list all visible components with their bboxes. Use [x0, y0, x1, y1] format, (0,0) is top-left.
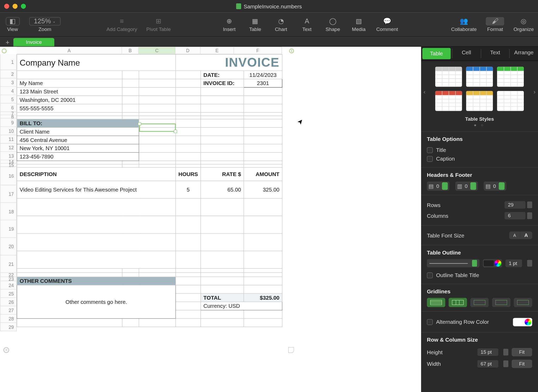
- from-line[interactable]: My Name: [17, 79, 122, 87]
- gridline-header-h[interactable]: [470, 298, 489, 307]
- row-header[interactable]: 22: [0, 273, 17, 277]
- row-header[interactable]: 25: [0, 290, 17, 298]
- height-stepper[interactable]: [503, 349, 508, 355]
- checkbox-icon[interactable]: [427, 156, 433, 162]
- row-header[interactable]: 1: [0, 54, 17, 70]
- table-style-thumb[interactable]: [497, 91, 524, 111]
- alt-row-color-swatch[interactable]: [513, 318, 532, 326]
- row-header[interactable]: 29: [0, 323, 17, 331]
- row-header[interactable]: 4: [0, 87, 17, 95]
- shape-button[interactable]: ◯Shape: [324, 17, 341, 32]
- close-window[interactable]: [4, 4, 9, 9]
- checkbox-icon[interactable]: [427, 147, 433, 153]
- line-hours[interactable]: 5: [176, 181, 201, 198]
- currency[interactable]: Currency: USD: [201, 302, 282, 310]
- bill-to-line[interactable]: Client Name: [17, 128, 139, 136]
- outline-width[interactable]: 1 pt: [505, 259, 522, 267]
- row-header[interactable]: 8: [0, 115, 17, 119]
- table-style-thumb[interactable]: [435, 67, 462, 87]
- table-style-thumb[interactable]: [466, 67, 493, 87]
- from-line[interactable]: Washington, DC 20001: [17, 96, 122, 104]
- table-style-thumb[interactable]: [466, 91, 493, 111]
- minimize-window[interactable]: [13, 4, 18, 9]
- row-header[interactable]: 10: [0, 127, 17, 135]
- fullscreen-window[interactable]: [21, 4, 26, 9]
- spreadsheet-canvas[interactable]: ABCDEF 123456789101112131415161718192021…: [0, 47, 421, 392]
- height-fit[interactable]: Fit: [511, 348, 532, 356]
- add-category-button[interactable]: ≡Add Category: [106, 17, 137, 32]
- width-stepper[interactable]: [503, 361, 508, 367]
- row-header[interactable]: 13: [0, 152, 17, 160]
- organize-button[interactable]: ◎Organize: [514, 17, 534, 32]
- row-header[interactable]: 24: [0, 281, 17, 290]
- header-rows-stepper[interactable]: ▤0: [427, 182, 449, 191]
- header-cols-stepper[interactable]: ▥0: [455, 182, 478, 191]
- row-header[interactable]: 26: [0, 298, 17, 306]
- text-button[interactable]: AText: [299, 17, 315, 32]
- rows-stepper[interactable]: [527, 202, 532, 208]
- row-header[interactable]: 27: [0, 306, 17, 315]
- tab-cell[interactable]: Cell: [452, 47, 481, 60]
- rows-value[interactable]: 29: [505, 201, 526, 209]
- resize-handle[interactable]: [288, 347, 294, 353]
- row-header[interactable]: 28: [0, 315, 17, 323]
- invoice-table[interactable]: Company Name INVOICE DATE: 11/24/2023 My…: [17, 54, 282, 327]
- media-button[interactable]: ▧Media: [350, 17, 367, 32]
- line-desc[interactable]: Video Editing Services for This Awesome …: [17, 181, 175, 198]
- font-size-larger[interactable]: A: [520, 231, 532, 239]
- line-rate[interactable]: 65.00: [201, 181, 244, 198]
- sheet-tab-invoice[interactable]: Invoice: [13, 38, 54, 46]
- row-header[interactable]: 17: [0, 185, 17, 203]
- other-comments[interactable]: Other comments go here.: [17, 285, 175, 319]
- row-header[interactable]: 20: [0, 238, 17, 255]
- tab-text[interactable]: Text: [481, 47, 509, 60]
- height-value[interactable]: 15 pt: [477, 348, 498, 356]
- row-header[interactable]: 5: [0, 95, 17, 104]
- gridline-horiz[interactable]: [427, 298, 445, 307]
- outline-style[interactable]: [427, 259, 479, 267]
- option-alt-row-color[interactable]: Alternating Row Color: [427, 317, 489, 326]
- tab-table[interactable]: Table: [422, 48, 451, 59]
- column-header[interactable]: E: [200, 47, 234, 54]
- row-header[interactable]: 9: [0, 119, 17, 127]
- gridline-header-v[interactable]: [492, 298, 510, 307]
- checkbox-icon[interactable]: [427, 272, 433, 278]
- from-line[interactable]: 555-555-5555: [17, 104, 122, 113]
- style-page-dots[interactable]: ● ○: [421, 123, 538, 127]
- tab-arrange[interactable]: Arrange: [510, 47, 538, 60]
- row-header[interactable]: 19: [0, 220, 17, 238]
- row-header[interactable]: 11: [0, 135, 17, 144]
- formula-handle[interactable]: [3, 347, 9, 353]
- row-header[interactable]: 3: [0, 78, 17, 87]
- footer-rows-stepper[interactable]: ▤0: [484, 182, 506, 191]
- row-header[interactable]: 6: [0, 103, 17, 112]
- column-header[interactable]: F: [234, 47, 282, 54]
- line-amount[interactable]: 325.00: [244, 181, 282, 198]
- row-header[interactable]: 7: [0, 112, 17, 115]
- table-style-thumb[interactable]: [435, 91, 462, 111]
- row-header[interactable]: 16: [0, 167, 17, 185]
- option-outline-title[interactable]: Outline Table Title: [427, 271, 532, 279]
- option-title[interactable]: Title: [427, 146, 532, 154]
- column-header[interactable]: D: [175, 47, 200, 54]
- cols-value[interactable]: 6: [505, 212, 526, 220]
- chart-button[interactable]: ◔Chart: [273, 17, 289, 32]
- font-size-smaller[interactable]: A: [509, 231, 520, 239]
- gridline-footer[interactable]: [514, 298, 532, 307]
- row-header[interactable]: 12: [0, 144, 17, 152]
- row-header[interactable]: 2: [0, 70, 17, 78]
- collaborate-button[interactable]: 👥Collaborate: [451, 17, 477, 32]
- bill-to-line[interactable]: 456 Central Avenue: [17, 136, 139, 144]
- zoom-button[interactable]: 125%⌄ Zoom: [29, 17, 60, 32]
- column-header[interactable]: C: [139, 47, 175, 54]
- invoice-id-value[interactable]: 2301: [244, 79, 282, 87]
- date-value[interactable]: 11/24/2023: [244, 71, 282, 79]
- bill-to-line[interactable]: 123-456-7890: [17, 152, 139, 161]
- pivot-table-button[interactable]: ⊞Pivot Table: [146, 17, 171, 32]
- comment-button[interactable]: 💬Comment: [376, 17, 398, 32]
- row-header[interactable]: 23: [0, 277, 17, 281]
- outline-color[interactable]: [483, 259, 502, 267]
- outline-width-stepper[interactable]: [527, 260, 532, 267]
- table-style-thumb[interactable]: [497, 67, 524, 87]
- insert-button[interactable]: ⊕Insert: [221, 17, 238, 32]
